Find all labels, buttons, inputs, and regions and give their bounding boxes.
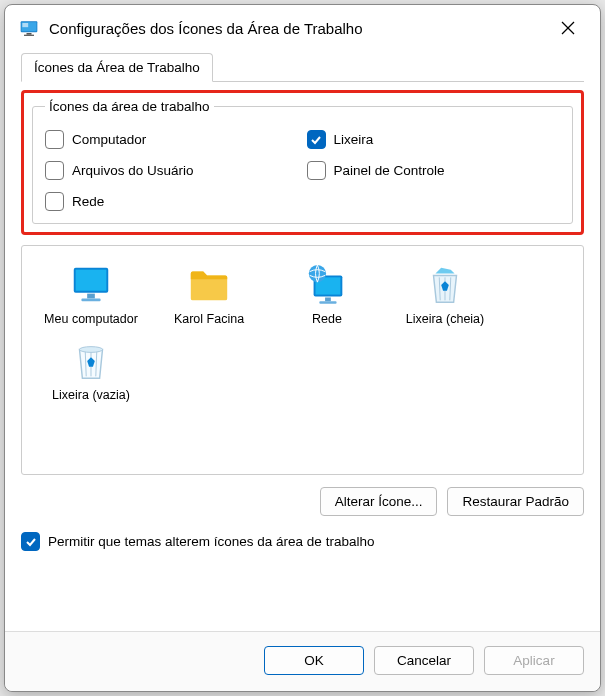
group-legend: Ícones da área de trabalho: [45, 99, 214, 114]
folder-icon: [186, 262, 232, 308]
svg-rect-4: [22, 23, 28, 27]
dialog-window: Configurações dos Ícones da Área de Trab…: [4, 4, 601, 692]
checkbox-label: Painel de Controle: [334, 163, 445, 178]
desktop-icons-group: Ícones da área de trabalho Computador Li…: [32, 99, 573, 224]
dialog-content: Ícones da Área de Trabalho Ícones da áre…: [5, 49, 600, 631]
checkbox-label: Arquivos do Usuário: [72, 163, 194, 178]
svg-point-22: [80, 346, 103, 352]
checkbox-network[interactable]: [45, 192, 64, 211]
tab-desktop-icons[interactable]: Ícones da Área de Trabalho: [21, 53, 213, 82]
icon-buttons-row: Alterar Ícone... Restaurar Padrão: [21, 487, 584, 516]
svg-rect-14: [319, 301, 336, 303]
highlighted-region: Ícones da área de trabalho Computador Li…: [21, 90, 584, 235]
titlebar: Configurações dos Ícones da Área de Trab…: [5, 5, 600, 49]
icon-item-network[interactable]: Rede: [268, 260, 386, 336]
checkbox-controlpanel[interactable]: [307, 161, 326, 180]
dialog-footer: OK Cancelar Aplicar: [5, 631, 600, 691]
change-icon-button[interactable]: Alterar Ícone...: [320, 487, 438, 516]
svg-rect-9: [87, 294, 95, 299]
checkbox-label: Computador: [72, 132, 146, 147]
checkbox-row-network[interactable]: Rede: [45, 192, 299, 211]
checkbox-row-controlpanel[interactable]: Painel de Controle: [307, 161, 561, 180]
icon-item-computer[interactable]: Meu computador: [32, 260, 150, 336]
icon-item-userfolder[interactable]: Karol Facina: [150, 260, 268, 336]
icon-caption: Karol Facina: [174, 312, 244, 328]
themes-checkbox-row[interactable]: Permitir que temas alterem ícones da áre…: [21, 532, 584, 551]
checkbox-userfiles[interactable]: [45, 161, 64, 180]
checkbox-row-userfiles[interactable]: Arquivos do Usuário: [45, 161, 299, 180]
svg-rect-8: [76, 270, 107, 291]
ok-button[interactable]: OK: [264, 646, 364, 675]
close-icon: [561, 21, 575, 35]
computer-icon: [68, 262, 114, 308]
app-icon: [19, 18, 39, 38]
recycle-empty-icon: [68, 338, 114, 384]
checkbox-label: Rede: [72, 194, 104, 209]
icon-caption: Meu computador: [44, 312, 138, 328]
checkbox-label: Lixeira: [334, 132, 374, 147]
svg-point-15: [309, 265, 326, 282]
svg-rect-13: [325, 297, 331, 301]
cancel-button[interactable]: Cancelar: [374, 646, 474, 675]
icon-caption: Lixeira (vazia): [52, 388, 130, 404]
icon-caption: Lixeira (cheia): [406, 312, 485, 328]
checkbox-recyclebin[interactable]: [307, 130, 326, 149]
svg-rect-3: [24, 35, 34, 36]
svg-rect-2: [27, 33, 32, 35]
icon-caption: Rede: [312, 312, 342, 328]
checkbox-allow-themes[interactable]: [21, 532, 40, 551]
checkbox-row-computer[interactable]: Computador: [45, 130, 299, 149]
tab-strip: Ícones da Área de Trabalho: [21, 53, 584, 82]
icon-preview-panel: Meu computador Karol Facina: [21, 245, 584, 475]
icon-grid: Meu computador Karol Facina: [32, 260, 573, 411]
icon-item-recycle-full[interactable]: Lixeira (cheia): [386, 260, 504, 336]
apply-button[interactable]: Aplicar: [484, 646, 584, 675]
window-title: Configurações dos Ícones da Área de Trab…: [49, 20, 546, 37]
network-icon: [304, 262, 350, 308]
checkbox-computer[interactable]: [45, 130, 64, 149]
recycle-full-icon: [422, 262, 468, 308]
checkbox-label: Permitir que temas alterem ícones da áre…: [48, 534, 374, 549]
checkbox-grid: Computador Lixeira Arquivos do Usuário: [45, 130, 560, 211]
checkbox-row-recyclebin[interactable]: Lixeira: [307, 130, 561, 149]
restore-default-button[interactable]: Restaurar Padrão: [447, 487, 584, 516]
icon-item-recycle-empty[interactable]: Lixeira (vazia): [32, 336, 150, 412]
close-button[interactable]: [546, 13, 590, 43]
svg-rect-10: [81, 298, 100, 301]
